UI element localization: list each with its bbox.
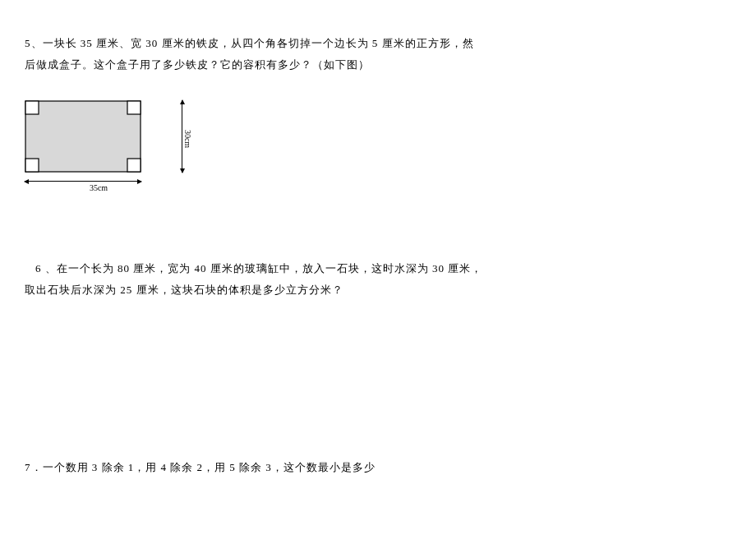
- dim-label-height: 30cm: [183, 130, 192, 148]
- problem-6: 6 、在一个长为 80 厘米，宽为 40 厘米的玻璃缸中，放入一石块，这时水深为…: [25, 258, 731, 301]
- dim-arrow-vertical: [182, 100, 182, 173]
- svg-rect-3: [25, 159, 39, 172]
- problem-5-line1: 5、一块长 35 厘米、宽 30 厘米的铁皮，从四个角各切掉一个边长为 5 厘米…: [25, 33, 731, 54]
- dim-arrow-horizontal: [25, 181, 141, 182]
- svg-rect-4: [127, 159, 141, 172]
- problem-5-line2: 后做成盒子。这个盒子用了多少铁皮？它的容积有多少？（如下图）: [25, 54, 731, 76]
- problem-5: 5、一块长 35 厘米、宽 30 厘米的铁皮，从四个角各切掉一个边长为 5 厘米…: [25, 33, 731, 76]
- svg-rect-0: [25, 101, 141, 172]
- problem-7-line1: 7．一个数用 3 除余 1，用 4 除余 2，用 5 除余 3，这个数最小是多少: [25, 457, 731, 478]
- box-diagram: 30cm 35cm: [25, 100, 173, 192]
- problem-6-line1: 6 、在一个长为 80 厘米，宽为 40 厘米的玻璃缸中，放入一石块，这时水深为…: [25, 258, 731, 279]
- svg-rect-2: [127, 101, 141, 114]
- dim-label-width: 35cm: [25, 183, 173, 192]
- svg-rect-1: [25, 101, 39, 114]
- problem-6-line2: 取出石块后水深为 25 厘米，这块石块的体积是多少立方分米？: [25, 279, 731, 301]
- problem-7: 7．一个数用 3 除余 1，用 4 除余 2，用 5 除余 3，这个数最小是多少: [25, 457, 731, 478]
- diagram-svg: [25, 100, 141, 173]
